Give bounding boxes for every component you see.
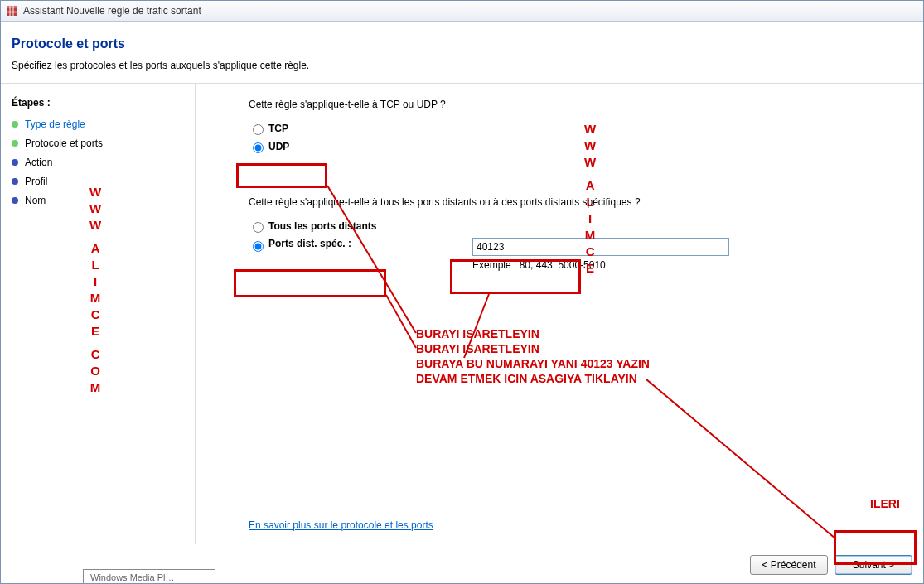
- radio-row-tcp[interactable]: TCP: [249, 122, 924, 135]
- window-title: Assistant Nouvelle règle de trafic sorta…: [23, 5, 201, 17]
- radio-row-udp[interactable]: UDP: [249, 140, 924, 153]
- steps-heading: Étapes :: [12, 97, 196, 109]
- udp-label: UDP: [268, 141, 289, 152]
- all-ports-label: Tous les ports distants: [268, 220, 376, 232]
- step-label: Protocole et ports: [25, 138, 103, 149]
- radio-all-ports[interactable]: [253, 222, 264, 233]
- step-label: Action: [25, 157, 52, 168]
- page-header: Protocole et ports Spécifiez les protoco…: [0, 22, 924, 83]
- bullet-current-icon: [12, 140, 18, 147]
- step-label: Type de règle: [25, 118, 85, 130]
- window-titlebar: Assistant Nouvelle règle de trafic sorta…: [0, 0, 924, 22]
- step-action[interactable]: Action: [12, 157, 196, 168]
- back-button[interactable]: < Précédent: [750, 555, 828, 575]
- learn-more-link[interactable]: En savoir plus sur le protocole et les p…: [249, 519, 433, 531]
- taskbar-item[interactable]: Windows Media Pl…: [83, 569, 215, 584]
- specific-ports-label: Ports dist. spéc. :: [268, 238, 472, 249]
- question-protocol: Cette règle s'applique-t-elle à TCP ou U…: [249, 99, 924, 110]
- step-label: Profil: [25, 176, 47, 187]
- radio-row-specific-ports[interactable]: Ports dist. spéc. : Exemple : 80, 443, 5…: [249, 238, 924, 271]
- firewall-icon: [5, 4, 18, 17]
- bullet-done-icon: [12, 121, 18, 128]
- step-label: Nom: [25, 195, 46, 206]
- page-subtitle: Spécifiez les protocoles et les ports au…: [12, 60, 924, 71]
- bullet-future-icon: [12, 197, 18, 204]
- wizard-steps-sidebar: Étapes : Type de règle Protocole et port…: [0, 84, 196, 544]
- step-protocol-ports[interactable]: Protocole et ports: [12, 138, 196, 149]
- bullet-future-icon: [12, 159, 18, 166]
- step-name[interactable]: Nom: [12, 195, 196, 206]
- tcp-label: TCP: [268, 123, 288, 134]
- page-title: Protocole et ports: [12, 36, 924, 51]
- question-ports: Cette règle s'applique-t-elle à tous les…: [249, 196, 924, 208]
- radio-udp[interactable]: [253, 142, 264, 153]
- radio-row-all-ports[interactable]: Tous les ports distants: [249, 220, 924, 233]
- ports-input[interactable]: [472, 238, 729, 256]
- wizard-content: Cette règle s'applique-t-elle à TCP ou U…: [196, 84, 924, 544]
- step-rule-type[interactable]: Type de règle: [12, 118, 196, 130]
- radio-tcp[interactable]: [253, 124, 264, 135]
- taskbar-label: Windows Media Pl…: [90, 572, 174, 582]
- radio-specific-ports[interactable]: [253, 241, 264, 252]
- next-button[interactable]: Suivant >: [835, 555, 912, 575]
- step-profile[interactable]: Profil: [12, 176, 196, 187]
- ports-example: Exemple : 80, 443, 5000-5010: [472, 259, 734, 271]
- bullet-future-icon: [12, 178, 18, 185]
